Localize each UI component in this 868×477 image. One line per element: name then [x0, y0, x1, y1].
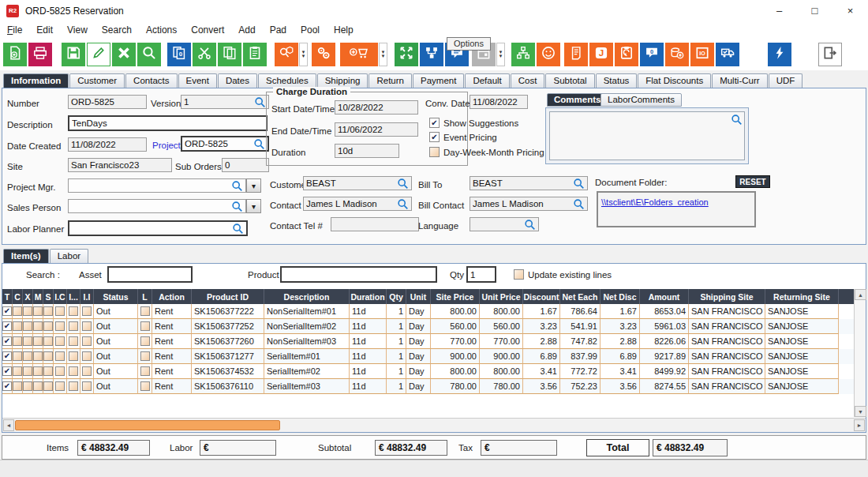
- event-pricing-checkbox[interactable]: Event Pricing: [429, 132, 497, 142]
- row-flag-checkbox[interactable]: [82, 351, 92, 361]
- close-button[interactable]: ×: [832, 0, 868, 21]
- tab-contacts[interactable]: Contacts: [125, 73, 177, 88]
- workflow-button[interactable]: [420, 43, 443, 66]
- row-flag-checkbox[interactable]: [55, 336, 65, 346]
- column-header-description[interactable]: Description: [264, 289, 350, 304]
- column-header-c[interactable]: C: [13, 289, 23, 304]
- search-icon[interactable]: [231, 201, 243, 212]
- number-field[interactable]: ORD-5825: [68, 95, 147, 109]
- row-flag-checkbox[interactable]: [69, 366, 78, 376]
- shipping-button[interactable]: [716, 43, 739, 66]
- row-flag-checkbox[interactable]: [23, 321, 32, 331]
- sales-person-dropdown[interactable]: [246, 199, 261, 213]
- search-icon[interactable]: [573, 198, 585, 210]
- cut-button[interactable]: [193, 43, 216, 66]
- tab-comments[interactable]: Comments: [547, 93, 608, 107]
- hierarchy-button[interactable]: [511, 43, 535, 66]
- row-selected-checkbox[interactable]: [2, 336, 12, 346]
- scrollbar-thumb[interactable]: [15, 420, 280, 430]
- calendar-button-dropdown[interactable]: ▼▼: [496, 43, 505, 66]
- search-icon[interactable]: [397, 198, 409, 210]
- row-selected-checkbox[interactable]: [2, 321, 12, 331]
- row-flag-checkbox[interactable]: [69, 306, 78, 316]
- row-flag-checkbox[interactable]: [69, 336, 78, 346]
- menu-view[interactable]: View: [60, 24, 95, 36]
- menu-file[interactable]: File: [0, 24, 29, 36]
- row-flag-checkbox[interactable]: [69, 351, 78, 361]
- edit-button[interactable]: [87, 43, 110, 66]
- row-flag-checkbox[interactable]: [55, 306, 65, 316]
- find-product-button[interactable]: [275, 43, 298, 66]
- row-flag-checkbox[interactable]: [55, 321, 65, 331]
- project-label[interactable]: Project: [152, 141, 181, 150]
- table-row[interactable]: OutRentSK1506371277SerialItem#0111d1Day9…: [2, 349, 866, 364]
- project-mgr-dropdown[interactable]: [246, 178, 261, 193]
- minimize-button[interactable]: –: [761, 0, 797, 21]
- row-flag-checkbox[interactable]: [43, 336, 53, 346]
- search-button[interactable]: [137, 43, 161, 66]
- column-header-status[interactable]: Status: [94, 289, 138, 304]
- add-po-button[interactable]: [340, 43, 378, 66]
- row-flag-checkbox[interactable]: [43, 306, 53, 316]
- row-flag-checkbox[interactable]: [23, 306, 32, 316]
- search-icon[interactable]: [231, 180, 243, 192]
- row-flag-checkbox[interactable]: [33, 366, 43, 376]
- date-created-field[interactable]: 11/08/2022: [68, 137, 147, 152]
- column-header-discount[interactable]: Discount: [523, 289, 560, 304]
- labor-planner-field[interactable]: [68, 220, 248, 236]
- search-icon[interactable]: [731, 114, 743, 126]
- search-icon[interactable]: [232, 223, 244, 235]
- reset-button[interactable]: RESET: [735, 175, 770, 188]
- tab-status[interactable]: Status: [596, 73, 638, 88]
- contact-field[interactable]: James L Madison: [303, 197, 412, 211]
- tab-flat-discounts[interactable]: Flat Discounts: [638, 73, 711, 88]
- row-flag-checkbox[interactable]: [82, 381, 92, 391]
- sub-orders-field[interactable]: 0: [222, 158, 269, 172]
- row-flag-checkbox[interactable]: [140, 351, 150, 361]
- row-flag-checkbox[interactable]: [33, 306, 43, 316]
- search-icon[interactable]: [573, 178, 585, 190]
- column-header-shipping-site[interactable]: Shipping Site: [689, 289, 765, 304]
- scroll-right-icon[interactable]: ►: [854, 419, 865, 431]
- day-week-month-pricing-checkbox[interactable]: Day-Week-Month Pricing: [429, 147, 544, 157]
- search-icon[interactable]: [524, 219, 536, 231]
- exit-button[interactable]: [818, 43, 842, 66]
- column-header-i-c[interactable]: I.C: [54, 289, 67, 304]
- description-field[interactable]: TenDays: [68, 115, 268, 131]
- row-flag-checkbox[interactable]: [55, 351, 65, 361]
- copy-button[interactable]: [218, 43, 241, 66]
- end-date-field[interactable]: 11/06/2022: [335, 122, 418, 137]
- row-flag-checkbox[interactable]: [23, 381, 32, 391]
- tab-udf[interactable]: UDF: [769, 73, 803, 88]
- tab-shipping[interactable]: Shipping: [317, 73, 369, 88]
- smiley-button[interactable]: [537, 43, 560, 66]
- show-suggestions-checkbox[interactable]: Show Suggestions: [429, 118, 518, 128]
- row-flag-checkbox[interactable]: [69, 321, 78, 331]
- contact-tel-field[interactable]: [331, 217, 419, 231]
- row-flag-checkbox[interactable]: [13, 321, 22, 331]
- conv-date-field[interactable]: 11/08/2022: [470, 95, 528, 109]
- menu-pool[interactable]: Pool: [294, 24, 327, 36]
- scroll-down-icon[interactable]: ▼: [855, 406, 866, 417]
- row-flag-checkbox[interactable]: [43, 381, 53, 391]
- column-header-qty[interactable]: Qty: [387, 289, 406, 304]
- print-button[interactable]: [28, 43, 52, 66]
- menu-edit[interactable]: Edit: [29, 24, 60, 36]
- tab-customer[interactable]: Customer: [69, 73, 125, 88]
- column-header-unit-price[interactable]: Unit Price: [480, 289, 523, 304]
- maximize-button[interactable]: □: [797, 0, 832, 21]
- options-gear-button[interactable]: [312, 43, 335, 66]
- row-flag-checkbox[interactable]: [82, 321, 92, 331]
- row-flag-checkbox[interactable]: [13, 366, 22, 376]
- menu-convert[interactable]: Convert: [184, 24, 231, 36]
- table-row[interactable]: OutRentSK1506376110SerialItem#0311d1Day7…: [2, 379, 866, 394]
- row-flag-checkbox[interactable]: [43, 366, 53, 376]
- row-flag-checkbox[interactable]: [69, 381, 78, 391]
- table-row[interactable]: OutRentSK1506374532SerialItem#0211d1Day8…: [2, 364, 866, 379]
- duration-field[interactable]: 10d: [335, 144, 399, 158]
- row-selected-checkbox[interactable]: [2, 306, 12, 316]
- version-field[interactable]: 1: [181, 95, 269, 109]
- delete-button[interactable]: [112, 43, 136, 66]
- column-header-net-disc[interactable]: Net Disc: [600, 289, 640, 304]
- project-mgr-field[interactable]: [68, 178, 246, 193]
